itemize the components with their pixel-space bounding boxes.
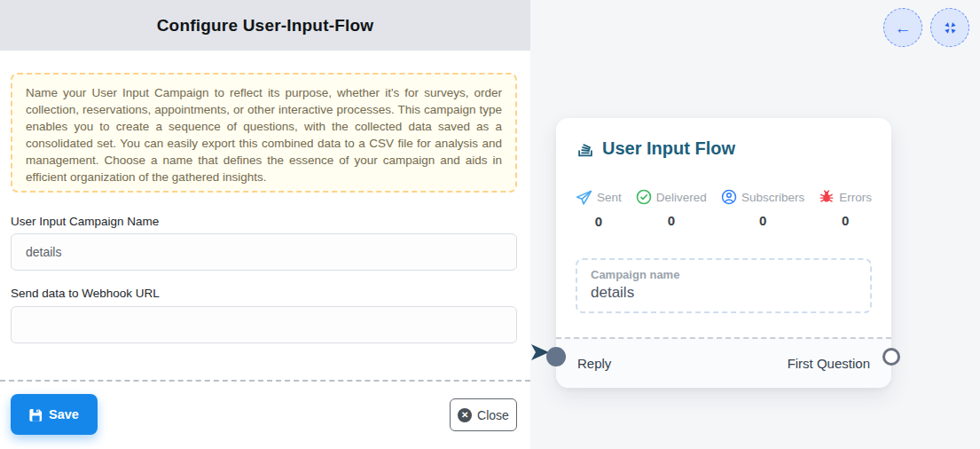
stat-value: 0 xyxy=(595,214,602,229)
close-icon: ✕ xyxy=(458,408,472,422)
campaign-info-text: Name your User Input Campaign to reflect… xyxy=(26,86,502,184)
stats-row: Sent 0 Delivered 0 xyxy=(556,159,891,229)
fit-view-button[interactable] xyxy=(930,8,969,47)
first-question-source-handle[interactable] xyxy=(882,348,900,366)
check-circle-icon xyxy=(636,189,652,205)
stat-sent: Sent 0 xyxy=(576,189,622,229)
stat-delivered: Delivered 0 xyxy=(636,189,707,229)
arrow-left-icon: ← xyxy=(895,20,912,36)
stat-label: Subscribers xyxy=(741,191,804,204)
reply-handle-label: Reply xyxy=(577,356,611,371)
panel-title: Configure User-Input-Flow xyxy=(157,16,374,35)
campaign-box-label: Campaign name xyxy=(591,268,857,281)
screen: Configure User-Input-Flow Name your User… xyxy=(0,0,980,449)
flow-canvas: ← xyxy=(530,0,980,449)
reply-target-handle[interactable] xyxy=(546,347,566,366)
stat-value: 0 xyxy=(842,213,849,228)
node-footer: Reply First Question xyxy=(556,337,891,388)
save-icon xyxy=(29,408,43,421)
campaign-info-box: Name your User Input Campaign to reflect… xyxy=(11,73,517,193)
campaign-box-value: details xyxy=(591,284,857,302)
back-button[interactable]: ← xyxy=(883,8,922,47)
stat-label: Errors xyxy=(839,191,872,204)
stat-value: 0 xyxy=(668,213,675,228)
stat-value: 0 xyxy=(759,213,766,228)
stat-label: Sent xyxy=(597,191,622,204)
save-button[interactable]: Save xyxy=(11,394,98,435)
campaign-name-display-box[interactable]: Campaign name details xyxy=(576,258,872,313)
footer-divider xyxy=(0,380,530,382)
first-question-label: First Question xyxy=(788,356,870,371)
subscribers-icon xyxy=(721,189,737,205)
bug-icon xyxy=(819,189,835,205)
stat-errors: Errors 0 xyxy=(819,189,872,229)
webhook-url-label: Send data to Webhook URL xyxy=(11,287,160,300)
configure-panel: Configure User-Input-Flow Name your User… xyxy=(0,0,530,449)
node-title-row: User Input Flow xyxy=(556,118,891,159)
stack-icon xyxy=(576,139,595,159)
send-icon xyxy=(576,189,592,206)
stat-subscribers: Subscribers 0 xyxy=(721,189,804,229)
compress-icon xyxy=(943,20,958,35)
campaign-name-input[interactable] xyxy=(11,233,517,271)
close-button-label: Close xyxy=(477,408,509,422)
close-button[interactable]: ✕ Close xyxy=(450,398,517,431)
webhook-url-input[interactable] xyxy=(11,306,517,343)
stat-label: Delivered xyxy=(656,191,707,204)
node-title: User Input Flow xyxy=(602,138,735,159)
save-button-label: Save xyxy=(49,407,79,421)
panel-header: Configure User-Input-Flow xyxy=(0,0,530,51)
campaign-name-label: User Input Campaign Name xyxy=(11,215,159,228)
user-input-flow-node[interactable]: User Input Flow Sent 0 xyxy=(556,118,891,388)
